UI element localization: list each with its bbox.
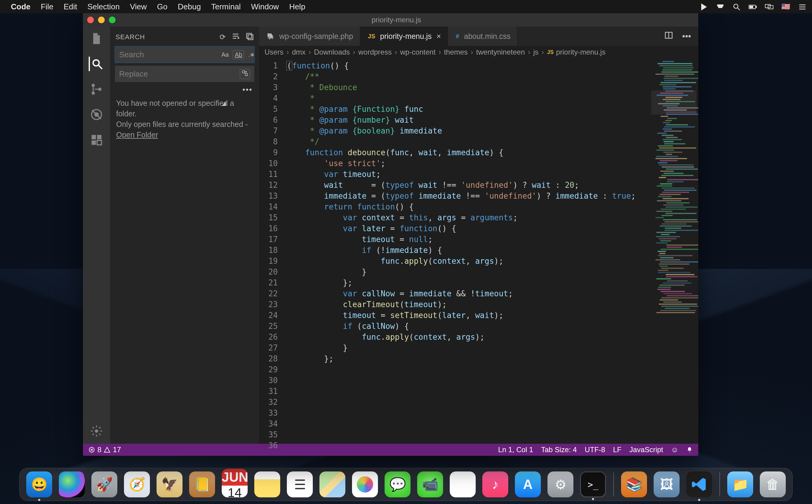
dock-launchpad[interactable]: 🚀 [91,471,117,497]
menu-debug[interactable]: Debug [178,2,201,11]
menu-file[interactable]: File [41,2,53,11]
status-notification-icon[interactable] [716,2,725,11]
php-icon: 🐘 [266,32,276,40]
replace-input[interactable] [115,66,254,82]
tab-priority-menu[interactable]: JS priority-menu.js × [360,27,448,46]
dock-notes[interactable] [254,471,280,497]
window-titlebar[interactable]: priority-menu.js [83,13,698,27]
status-displays-icon[interactable] [765,2,773,11]
tab-wp-config[interactable]: 🐘 wp-config-sample.php [259,27,360,46]
whole-word-icon[interactable]: Ab [233,50,244,59]
dock-contacts[interactable]: 📒 [189,471,215,497]
minimap[interactable] [653,58,698,444]
search-input[interactable]: Aa Ab .∗ [115,46,254,63]
menu-go[interactable]: Go [157,2,168,11]
search-panel: SEARCH ⟳ ◢ Aa Ab .∗ ••• You have not ope… [110,27,259,444]
search-icon[interactable] [89,57,103,71]
tab-size[interactable]: Tab Size: 4 [541,446,577,454]
close-tab-icon[interactable]: × [437,32,441,41]
menu-window[interactable]: Window [251,2,279,11]
dock-music[interactable]: ♪ [482,471,508,497]
bell-icon[interactable] [686,446,693,453]
tab-label: priority-menu.js [380,32,432,41]
menubar-app-name[interactable]: Code [11,2,30,11]
debug-icon[interactable] [89,107,104,122]
dock-facetime[interactable]: 📹 [417,471,443,497]
vscode-window: priority-menu.js SEARCH ⟳ ◢ Aa A [83,13,698,456]
svg-point-22 [95,430,98,433]
more-actions-icon[interactable]: ••• [682,31,691,41]
dock-photos-app[interactable]: 🖼 [654,471,680,497]
language-mode[interactable]: JavaScript [629,446,663,454]
macos-menubar: Code File Edit Selection View Go Debug T… [0,0,812,13]
eol[interactable]: LF [613,446,621,454]
status-controlcenter-icon[interactable] [798,2,807,11]
minimap-viewport[interactable] [651,90,697,115]
problems-button[interactable]: 8 17 [88,446,121,454]
dock-photos[interactable] [352,471,378,497]
code-content[interactable]: (function() { /** * Debounce * * @param … [283,58,653,444]
replace-field[interactable] [119,69,237,79]
split-editor-icon[interactable] [664,31,673,42]
search-hint: You have not opened or specified a folde… [110,96,259,142]
window-title: priority-menu.js [115,16,698,24]
search-field[interactable] [119,50,217,59]
dock-vscode[interactable] [686,471,712,497]
dock-downloads[interactable]: 📁 [727,471,753,497]
dock-messages[interactable]: 💬 [384,471,411,497]
dock-finder[interactable]: 😀 [26,471,52,497]
dock-trash[interactable]: 🗑 [760,471,786,497]
replace-all-icon[interactable] [240,69,250,79]
tab-about-css[interactable]: # about.min.css [448,27,517,46]
dock-maps[interactable] [319,471,345,497]
svg-rect-24 [248,35,253,39]
menu-view[interactable]: View [130,2,147,11]
dock-mail[interactable]: 🦅 [156,471,182,497]
minimize-icon[interactable] [98,17,105,23]
status-spotlight-icon[interactable] [732,2,741,11]
status-flag-icon[interactable]: 🇺🇸 [781,2,790,11]
dock-appstore[interactable]: A [515,471,541,497]
toggle-search-details-icon[interactable]: ••• [110,85,259,96]
regex-icon[interactable]: .∗ [246,50,257,59]
menu-help[interactable]: Help [289,2,305,11]
zoom-icon[interactable] [109,17,115,23]
dock-preferences[interactable]: ⚙ [548,471,574,497]
editor-group: 🐘 wp-config-sample.php JS priority-menu.… [259,27,698,444]
dock-reminders[interactable]: ☰ [287,471,313,497]
menu-edit[interactable]: Edit [64,2,77,11]
collapse-icon[interactable] [245,32,254,42]
editor[interactable]: 1234567891011121314151617181920212223242… [259,58,698,444]
status-battery-icon[interactable] [749,2,757,11]
dock-books[interactable]: 📚 [621,471,647,497]
breadcrumbs[interactable]: Users› dmx› Downloads› wordpress› wp-con… [259,46,698,58]
dock-divider [719,472,720,496]
feedback-icon[interactable]: ☺ [671,446,678,454]
cursor-position[interactable]: Ln 1, Col 1 [498,446,533,454]
files-icon[interactable] [89,31,104,46]
close-icon[interactable] [87,17,94,23]
dock: 😀 🚀 🧭 🦅 📒 JUN14 ☰ 💬 📹 N ♪ A ⚙ >_ 📚 🖼 📁 🗑 [19,468,793,501]
menu-terminal[interactable]: Terminal [211,2,241,11]
dock-safari[interactable]: 🧭 [124,471,150,497]
extensions-icon[interactable] [89,133,104,147]
match-case-icon[interactable]: Aa [219,50,230,59]
open-folder-link[interactable]: Open Folder [116,131,158,139]
clear-results-icon[interactable] [231,32,240,42]
menu-selection[interactable]: Selection [87,2,120,11]
encoding[interactable]: UTF-8 [585,446,605,454]
dock-terminal[interactable]: >_ [580,471,606,497]
svg-line-11 [99,65,102,69]
dock-calendar[interactable]: JUN14 [222,471,248,497]
svg-point-14 [98,88,102,91]
svg-rect-19 [97,135,102,140]
git-icon[interactable] [89,82,104,96]
dock-news[interactable]: N [450,471,476,497]
settings-icon[interactable] [89,424,104,438]
toggle-replace-icon[interactable]: ◢ [222,100,226,107]
svg-point-10 [93,60,99,66]
status-cursor-icon[interactable] [700,2,708,11]
refresh-icon[interactable]: ⟳ [219,33,226,41]
dock-siri[interactable] [59,471,85,497]
js-icon: JS [367,32,376,40]
